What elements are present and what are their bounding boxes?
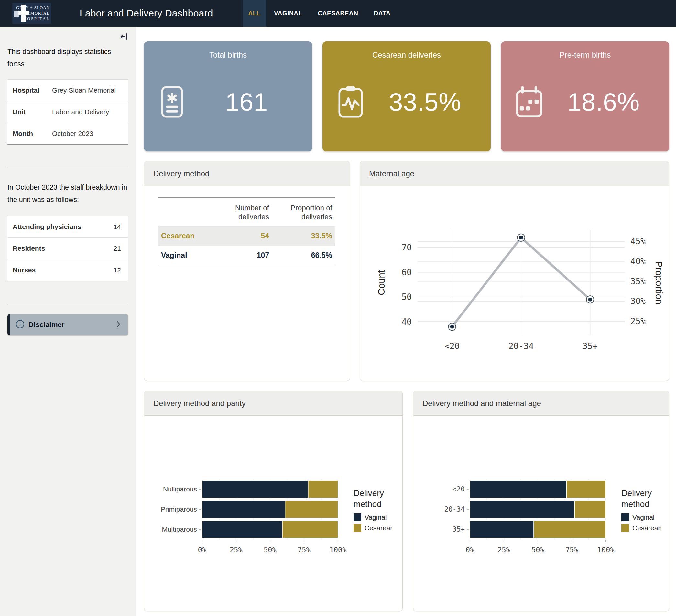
svg-text:Vaginal: Vaginal: [364, 513, 387, 521]
table-row-cesarean: Cesarean 54 33.5%: [159, 226, 335, 246]
svg-text:0%: 0%: [466, 546, 474, 554]
svg-text:50%: 50%: [264, 546, 277, 554]
unit-info-table: Hospital Grey Sloan Memorial Unit Labor …: [7, 79, 128, 145]
svg-text:25%: 25%: [630, 317, 645, 326]
svg-text:Proportion: Proportion: [654, 261, 663, 304]
table-row-vaginal: Vaginal 107 66.5%: [159, 246, 335, 265]
logo-line2: MEMORIAL: [23, 11, 50, 15]
svg-text:60: 60: [401, 268, 411, 277]
tab-data[interactable]: DATA: [369, 0, 396, 26]
main-content: Total births 161: [136, 26, 676, 616]
nav-tabs: ALL VAGINAL CAESAREAN DATA: [243, 0, 398, 26]
card-title: Delivery method: [144, 161, 350, 186]
svg-text:Delivery: Delivery: [353, 488, 384, 498]
staff-count: 21: [114, 244, 123, 253]
staff-table: Attending physicians 14 Residents 21 Nur…: [7, 216, 128, 281]
svg-text:40: 40: [401, 317, 411, 327]
dm-age-chart: <2020-3435+0%25%50%75%100%Deliverymethod…: [421, 477, 661, 574]
svg-text:30%: 30%: [630, 296, 645, 306]
svg-text:100%: 100%: [330, 546, 347, 554]
disclaimer-button[interactable]: i Disclaimer: [7, 314, 128, 336]
row-proportion: 33.5%: [269, 232, 332, 240]
parity-chart: NulliparousPrimiparousMultiparous0%25%50…: [154, 477, 393, 574]
parity-card: Delivery method and parity NulliparousPr…: [144, 391, 403, 611]
value-box-total-births: Total births 161: [144, 41, 312, 152]
cards-row-1: Delivery method Number of deliveries Pro…: [144, 161, 669, 381]
value-box-value: 18.6%: [544, 87, 663, 117]
info-label: Unit: [13, 108, 52, 116]
svg-text:75%: 75%: [297, 546, 311, 554]
delivery-method-table: Number of deliveries Proportion of deliv…: [159, 197, 335, 265]
value-box-row: Total births 161: [144, 41, 669, 152]
value-box-title: Cesarean deliveries: [328, 51, 485, 60]
svg-text:20-34: 20-34: [444, 505, 465, 513]
staff-count: 14: [114, 223, 123, 231]
table-row: Hospital Grey Sloan Memorial: [7, 79, 128, 101]
info-label: Hospital: [13, 87, 52, 94]
svg-text:35%: 35%: [630, 277, 645, 286]
card-title: Delivery method and parity: [144, 391, 402, 416]
svg-text:75%: 75%: [565, 546, 578, 554]
sidebar: This dashboard displays statistics for:s…: [0, 26, 136, 616]
svg-text:Nulliparous: Nulliparous: [163, 485, 197, 493]
svg-text:Multiparous: Multiparous: [162, 525, 197, 533]
value-box-title: Pre-term births: [507, 51, 663, 60]
calendar-icon: [515, 86, 544, 118]
value-box-value: 33.5%: [365, 87, 485, 117]
hospital-logo: GREY + SLOAN MEMORIAL HOSPITAL: [12, 3, 51, 23]
sidebar-collapse-icon[interactable]: [120, 32, 128, 42]
svg-text:0%: 0%: [198, 546, 207, 554]
divider: [7, 168, 128, 168]
row-number: 54: [213, 232, 269, 240]
logo-line3: HOSPITAL: [23, 16, 50, 21]
table-row: Nurses 12: [7, 260, 128, 281]
svg-text:Delivery: Delivery: [621, 488, 652, 498]
maternal-age-chart: 4050607025%30%35%40%45%<2020-3435+CountP…: [366, 194, 663, 369]
logo-line1: GREY + SLOAN: [16, 5, 50, 10]
col-header-proportion: Proportion of deliveries: [269, 204, 332, 222]
table-row: Residents 21: [7, 238, 128, 260]
page-title: Labor and Delivery Dashboard: [79, 8, 213, 19]
staff-label: Residents: [13, 244, 114, 253]
info-circle-icon: i: [15, 320, 24, 330]
tab-all[interactable]: ALL: [243, 0, 266, 26]
row-label: Vaginal: [161, 251, 213, 260]
svg-text:25%: 25%: [230, 546, 242, 554]
cards-row-2: Delivery method and parity NulliparousPr…: [144, 391, 669, 611]
svg-text:50: 50: [401, 292, 411, 302]
info-value: October 2023: [52, 130, 93, 137]
file-medical-icon: [158, 86, 187, 118]
table-row: Month October 2023: [7, 123, 128, 144]
card-title: Maternal age: [360, 161, 669, 186]
svg-text:Primiparous: Primiparous: [161, 505, 197, 513]
svg-text:method: method: [621, 499, 650, 509]
info-value: Grey Sloan Memorial: [52, 87, 116, 94]
staff-label: Nurses: [13, 266, 114, 274]
info-label: Month: [13, 130, 52, 137]
svg-text:Vaginal: Vaginal: [632, 513, 655, 521]
tab-vaginal[interactable]: VAGINAL: [269, 0, 307, 26]
maternal-age-card: Maternal age 4050607025%30%35%40%45%<202…: [360, 161, 669, 381]
value-box-value: 161: [187, 87, 306, 117]
svg-text:20-34: 20-34: [508, 341, 533, 351]
row-label: Cesarean: [161, 232, 213, 240]
table-row: Unit Labor and Delivery: [7, 101, 128, 123]
dm-maternal-age-card: Delivery method and maternal age <2020-3…: [413, 391, 669, 611]
svg-text:100%: 100%: [598, 546, 615, 554]
table-header: Number of deliveries Proportion of deliv…: [159, 197, 335, 226]
info-value: Labor and Delivery: [52, 108, 109, 116]
svg-text:50%: 50%: [531, 546, 544, 554]
staff-count: 12: [114, 266, 123, 274]
staff-intro-text: In October 2023 the staff breakdown in t…: [7, 181, 128, 206]
table-row: Attending physicians 14: [7, 216, 128, 238]
tab-caesarean[interactable]: CAESAREAN: [313, 0, 363, 26]
svg-text:40%: 40%: [630, 257, 645, 266]
disclaimer-label: Disclaimer: [29, 321, 64, 329]
divider: [7, 304, 128, 304]
svg-text:Count: Count: [376, 270, 387, 295]
svg-text:35+: 35+: [452, 525, 465, 533]
card-title: Delivery method and maternal age: [413, 391, 669, 416]
col-header-number: Number of deliveries: [213, 204, 269, 222]
value-box-title: Total births: [150, 51, 306, 60]
clipboard-pulse-icon: [336, 86, 365, 118]
